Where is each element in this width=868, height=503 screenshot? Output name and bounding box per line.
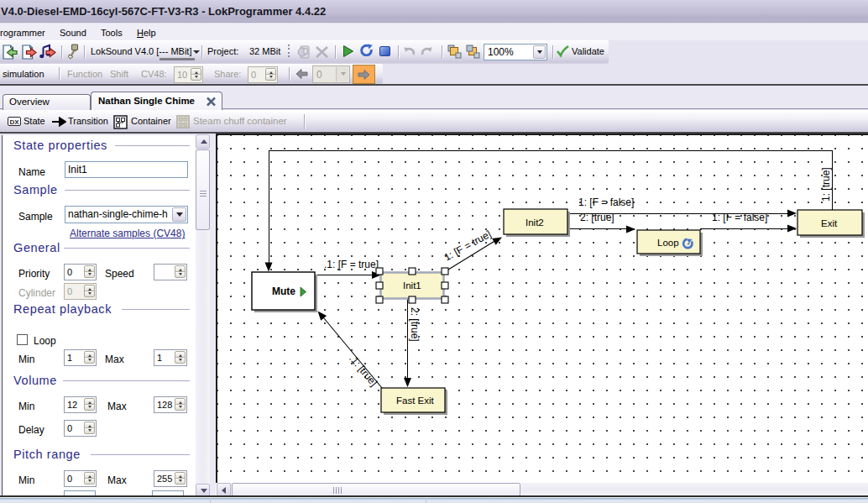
svg-text:2: [true]: 2: [true] — [409, 307, 421, 342]
svg-text:Exit: Exit — [821, 218, 838, 228]
svg-text:Mute: Mute — [272, 286, 295, 297]
svg-text:.1: [F = true]: .1: [F = true] — [324, 259, 379, 270]
svg-text:1: [F = false]: 1: [F = false] — [712, 212, 767, 223]
svg-text:2: [true]: 2: [true] — [580, 212, 614, 223]
svg-text:1: [F = false]: 1: [F = false] — [578, 196, 634, 208]
svg-text:1: [true]: 1: [true] — [820, 167, 832, 202]
svg-text:Init2: Init2 — [526, 217, 544, 228]
svg-text:Fast Exit: Fast Exit — [396, 396, 435, 406]
svg-text:Loop: Loop — [657, 238, 679, 248]
svg-text:Init1: Init1 — [403, 280, 421, 291]
